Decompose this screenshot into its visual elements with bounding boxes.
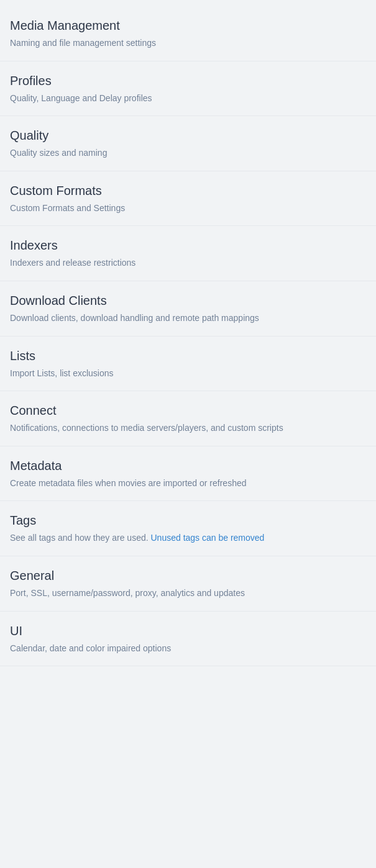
settings-item-desc-metadata: Create metadata files when movies are im…: [10, 477, 366, 490]
settings-item-connect[interactable]: ConnectNotifications, connections to med…: [0, 391, 376, 446]
settings-item-desc-profiles: Quality, Language and Delay profiles: [10, 93, 366, 105]
settings-item-title-connect: Connect: [10, 402, 366, 418]
settings-item-ui[interactable]: UICalendar, date and color impaired opti…: [0, 612, 376, 667]
settings-item-title-custom-formats: Custom Formats: [10, 183, 366, 199]
settings-item-desc-tags: See all tags and how they are used. Unus…: [10, 532, 366, 545]
settings-item-general[interactable]: GeneralPort, SSL, username/password, pro…: [0, 556, 376, 612]
settings-list: Media ManagementNaming and file manageme…: [0, 0, 376, 672]
settings-item-desc-download-clients: Download clients, download handling and …: [10, 312, 366, 325]
settings-item-title-quality: Quality: [10, 127, 366, 143]
settings-item-profiles[interactable]: ProfilesQuality, Language and Delay prof…: [0, 61, 376, 117]
settings-item-quality[interactable]: QualityQuality sizes and naming: [0, 116, 376, 171]
settings-item-title-indexers: Indexers: [10, 237, 366, 253]
settings-item-desc-general: Port, SSL, username/password, proxy, ana…: [10, 587, 366, 600]
settings-item-title-general: General: [10, 567, 366, 584]
settings-item-title-tags: Tags: [10, 512, 366, 528]
settings-item-title-media-management: Media Management: [10, 17, 366, 34]
settings-item-tags[interactable]: TagsSee all tags and how they are used. …: [0, 501, 376, 556]
settings-item-desc-custom-formats: Custom Formats and Settings: [10, 202, 366, 215]
settings-item-desc-indexers: Indexers and release restrictions: [10, 257, 366, 269]
settings-item-lists[interactable]: ListsImport Lists, list exclusions: [0, 337, 376, 392]
settings-item-title-metadata: Metadata: [10, 458, 366, 474]
settings-item-custom-formats[interactable]: Custom FormatsCustom Formats and Setting…: [0, 171, 376, 227]
settings-item-indexers[interactable]: IndexersIndexers and release restriction…: [0, 226, 376, 281]
settings-item-media-management[interactable]: Media ManagementNaming and file manageme…: [0, 6, 376, 61]
settings-item-download-clients[interactable]: Download ClientsDownload clients, downlo…: [0, 281, 376, 337]
settings-item-desc-quality: Quality sizes and naming: [10, 147, 366, 160]
settings-item-title-lists: Lists: [10, 348, 366, 364]
settings-item-title-profiles: Profiles: [10, 73, 366, 89]
settings-item-desc-media-management: Naming and file management settings: [10, 37, 366, 50]
settings-item-title-download-clients: Download Clients: [10, 292, 366, 309]
settings-item-desc-ui: Calendar, date and color impaired option…: [10, 643, 366, 655]
settings-item-desc-lists: Import Lists, list exclusions: [10, 368, 366, 380]
settings-item-desc-connect: Notifications, connections to media serv…: [10, 422, 366, 435]
settings-item-title-ui: UI: [10, 623, 366, 639]
settings-item-metadata[interactable]: MetadataCreate metadata files when movie…: [0, 446, 376, 502]
